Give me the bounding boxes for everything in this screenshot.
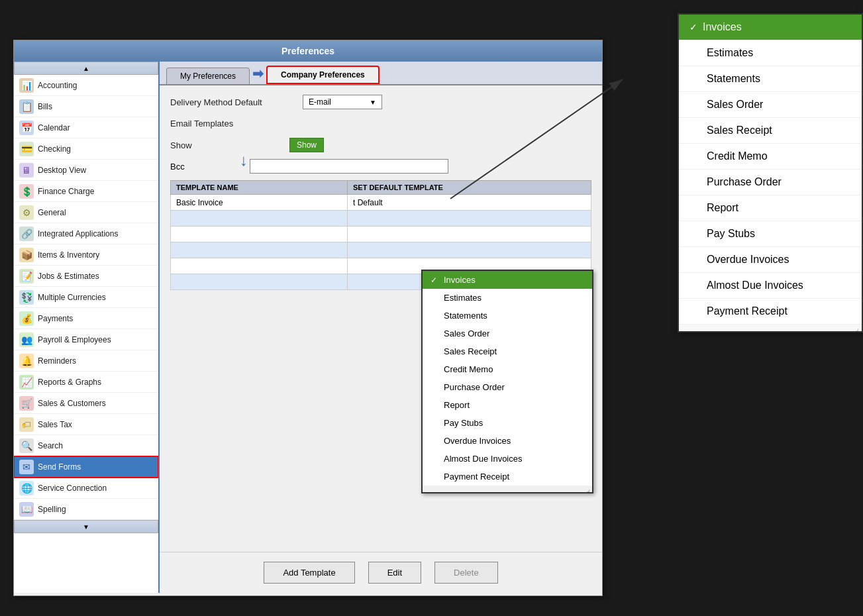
- right-dropdown-item-sales-receipt[interactable]: Sales Receipt: [679, 118, 862, 144]
- dropdown-item-pay-stubs-center[interactable]: Pay Stubs: [423, 414, 592, 432]
- dropdown-item-almost-due-center[interactable]: Almost Due Invoices: [423, 450, 592, 468]
- dropdown-item-label: Sales Order: [444, 329, 489, 338]
- delivery-method-value: E-mail ▼: [303, 95, 382, 109]
- calendar-icon: 📅: [19, 121, 34, 135]
- right-dropdown-item-statements[interactable]: Statements: [679, 66, 862, 92]
- sidebar-item-integrated-apps[interactable]: 🔗 Integrated Applications: [14, 223, 158, 244]
- bills-icon: 📋: [19, 99, 34, 114]
- right-dropdown-item-estimates[interactable]: Estimates: [679, 40, 862, 66]
- sidebar-label-spelling: Spelling: [38, 505, 66, 514]
- preferences-window: Preferences ▲ 📊 Accounting 📋 Bills 📅 Cal…: [13, 40, 603, 596]
- jobs-estimates-icon: 📝: [19, 269, 34, 283]
- sidebar-item-general[interactable]: ⚙ General: [14, 202, 158, 223]
- dropdown-item-sales-order-center[interactable]: Sales Order: [423, 325, 592, 342]
- template-name-cell: Basic Invoice: [171, 195, 348, 211]
- dropdown-item-label: Credit Memo: [444, 364, 493, 374]
- window-title: Preferences: [281, 46, 334, 56]
- template-name-cell: [171, 242, 348, 258]
- bottom-buttons-area: Add Template Edit Delete: [160, 552, 602, 593]
- sidebar-item-payments[interactable]: 💰 Payments: [14, 308, 158, 329]
- right-dropdown-item-credit-memo[interactable]: Credit Memo: [679, 144, 862, 170]
- edit-button[interactable]: Edit: [368, 562, 421, 584]
- checking-icon: 💳: [19, 142, 34, 156]
- right-dropdown-label: Sales Order: [707, 99, 763, 111]
- right-dropdown-label: Almost Due Invoices: [707, 280, 803, 291]
- show-button[interactable]: Show: [289, 138, 324, 152]
- dropdown-item-report-center[interactable]: Report: [423, 396, 592, 414]
- right-dropdown-item-invoices[interactable]: ✓ Invoices: [679, 15, 862, 40]
- sidebar-label-items-inventory: Items & Inventory: [38, 250, 99, 260]
- email-templates-label: Email Templates: [170, 119, 303, 128]
- right-dropdown: ✓ Invoices Estimates Statements Sales Or…: [678, 13, 863, 333]
- sidebar-scroll-down[interactable]: ▼: [14, 520, 158, 533]
- dropdown-item-label: Invoices: [444, 275, 476, 285]
- right-dropdown-item-sales-order[interactable]: Sales Order: [679, 92, 862, 118]
- right-dropdown-label: Overdue Invoices: [707, 254, 789, 266]
- template-name-cell: [171, 258, 348, 274]
- right-dropdown-item-pay-stubs[interactable]: Pay Stubs: [679, 221, 862, 247]
- dropdown-item-estimates-center[interactable]: Estimates: [423, 289, 592, 307]
- delivery-method-label: Delivery Method Default: [170, 97, 303, 107]
- sidebar-item-reminders[interactable]: 🔔 Reminders: [14, 350, 158, 372]
- sidebar-item-search[interactable]: 🔍 Search: [14, 435, 158, 456]
- delivery-method-dropdown[interactable]: E-mail ▼: [303, 95, 382, 109]
- table-row[interactable]: [171, 211, 591, 227]
- dropdown-item-statements-center[interactable]: Statements: [423, 307, 592, 325]
- tab-my-preferences[interactable]: My Preferences: [166, 68, 250, 84]
- bcc-label: Bcc: [170, 162, 250, 172]
- right-dropdown-item-report[interactable]: Report: [679, 195, 862, 221]
- table-row[interactable]: [171, 242, 591, 258]
- right-dropdown-label: Estimates: [707, 47, 753, 59]
- payroll-employees-icon: 👥: [19, 333, 34, 347]
- sidebar-item-sales-tax[interactable]: 🏷 Sales Tax: [14, 414, 158, 435]
- reports-graphs-icon: 📈: [19, 375, 34, 389]
- sidebar-item-multiple-currencies[interactable]: 💱 Multiple Currencies: [14, 287, 158, 308]
- sidebar-item-spelling[interactable]: 📖 Spelling: [14, 499, 158, 520]
- general-icon: ⚙: [19, 205, 34, 220]
- sidebar-item-accounting[interactable]: 📊 Accounting: [14, 75, 158, 96]
- title-bar: Preferences: [14, 40, 602, 62]
- template-default-cell: [347, 211, 591, 227]
- dropdown-item-label: Overdue Invoices: [444, 436, 511, 446]
- sidebar-label-sales-customers: Sales & Customers: [38, 399, 106, 408]
- spelling-icon: 📖: [19, 502, 34, 517]
- dropdown-item-invoices-center[interactable]: ✓ Invoices: [423, 271, 592, 289]
- sidebar-item-jobs-estimates[interactable]: 📝 Jobs & Estimates: [14, 266, 158, 287]
- sidebar-item-reports-graphs[interactable]: 📈 Reports & Graphs: [14, 372, 158, 393]
- sidebar-item-checking[interactable]: 💳 Checking: [14, 138, 158, 160]
- tab-company-preferences[interactable]: Company Preferences: [266, 66, 380, 84]
- dropdown-item-credit-memo-center[interactable]: Credit Memo: [423, 360, 592, 378]
- sidebar-item-calendar[interactable]: 📅 Calendar: [14, 117, 158, 138]
- sidebar-item-finance-charge[interactable]: 💲 Finance Charge: [14, 181, 158, 202]
- finance-charge-icon: 💲: [19, 184, 34, 199]
- right-dropdown-item-payment-receipt[interactable]: Payment Receipt: [679, 299, 862, 325]
- dropdown-item-overdue-invoices-center[interactable]: Overdue Invoices: [423, 432, 592, 450]
- sidebar-item-bills[interactable]: 📋 Bills: [14, 96, 158, 117]
- right-dropdown-item-purchase-order[interactable]: Purchase Order: [679, 170, 862, 195]
- sidebar-item-send-forms[interactable]: ✉ Send Forms: [14, 456, 158, 478]
- table-row[interactable]: [171, 227, 591, 242]
- delete-button[interactable]: Delete: [434, 562, 498, 584]
- email-templates-row: Email Templates: [170, 119, 591, 128]
- sidebar-item-payroll-employees[interactable]: 👥 Payroll & Employees: [14, 329, 158, 350]
- sidebar-item-desktop-view[interactable]: 🖥 Desktop View: [14, 160, 158, 181]
- right-dropdown-item-overdue-invoices[interactable]: Overdue Invoices: [679, 247, 862, 273]
- add-template-button[interactable]: Add Template: [264, 562, 354, 584]
- sidebar-item-items-inventory[interactable]: 📦 Items & Inventory: [14, 244, 158, 266]
- sidebar-item-sales-customers[interactable]: 🛒 Sales & Customers: [14, 393, 158, 414]
- sidebar-label-general: General: [38, 208, 66, 217]
- sidebar-label-search: Search: [38, 441, 63, 450]
- dropdown-item-payment-receipt-center[interactable]: Payment Receipt: [423, 468, 592, 486]
- right-dropdown-item-almost-due[interactable]: Almost Due Invoices: [679, 273, 862, 299]
- dropdown-item-purchase-order-center[interactable]: Purchase Order: [423, 378, 592, 396]
- dropdown-item-label: Sales Receipt: [444, 346, 497, 356]
- right-dropdown-label: Payment Receipt: [707, 305, 787, 317]
- table-row[interactable]: Basic Invoice t Default: [171, 195, 591, 211]
- reminders-icon: 🔔: [19, 354, 34, 368]
- sales-customers-icon: 🛒: [19, 396, 34, 411]
- right-dropdown-label: Invoices: [703, 21, 742, 33]
- sidebar-scroll-up[interactable]: ▲: [14, 62, 158, 75]
- dropdown-item-sales-receipt-center[interactable]: Sales Receipt: [423, 342, 592, 360]
- sidebar-item-service-connection[interactable]: 🌐 Service Connection: [14, 478, 158, 499]
- bcc-input[interactable]: [250, 159, 448, 174]
